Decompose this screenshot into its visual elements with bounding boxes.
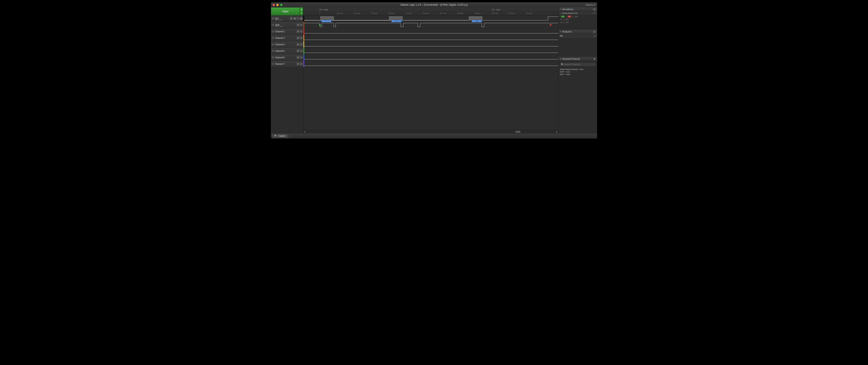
- right-panel: ▼ Annotations + ⍋ Timing Marker Pair ▾ ⚙…: [558, 7, 597, 133]
- channel-sidebar: Start ▲ ▼ 00SCLI2C - SCL⋮⋮⚙◀⎍▶01SDAI2C -…: [271, 7, 303, 133]
- chevron-down-icon: ▼: [560, 58, 561, 60]
- app-window: Saleae Logic 1.2.9 – [Connected] – [8 MH…: [271, 2, 597, 139]
- drag-grip-icon[interactable]: ⋮⋮: [271, 58, 274, 60]
- annotations-header[interactable]: ▼ Annotations +: [559, 7, 597, 11]
- channel-name: Channel 5: [275, 50, 285, 52]
- analyzer-item[interactable]: I2C ⚙: [559, 34, 597, 38]
- marker-a2[interactable]: [550, 24, 552, 26]
- tracks-container: Read [0x41]0xFF + ACK0xFF + ACK: [303, 15, 558, 67]
- scrollbar-track[interactable]: [307, 131, 555, 133]
- waveform-area: 0 s : 0 ms 0 s : 1 ms +0.1 ms+0.2 ms+0.3…: [303, 7, 558, 133]
- gear-icon[interactable]: ⚙: [297, 24, 299, 26]
- marker-icon: ⍋: [560, 12, 561, 14]
- gear-icon[interactable]: ⚙: [594, 12, 596, 14]
- decoded-row[interactable]: 0xFF + ACK: [559, 73, 597, 76]
- scroll-right-icon[interactable]: ▶: [555, 130, 558, 133]
- start-up-icon[interactable]: ▲: [300, 7, 303, 11]
- ruler-subtick: +0.2 ms: [354, 12, 360, 14]
- channel-row: 04Channel 4⋮⋮⚙✕: [271, 41, 303, 48]
- ruler-subtick: +0.8 ms: [458, 12, 464, 14]
- gear-icon[interactable]: ⚙: [297, 43, 299, 46]
- analyzers-header[interactable]: ▼ Analyzers +: [559, 30, 597, 34]
- gear-icon[interactable]: ⚙: [593, 58, 596, 61]
- expand-tabs-icon[interactable]: »: [289, 135, 290, 137]
- channel-subtitle: I2C - SDA: [275, 25, 283, 27]
- channel-row: 07Channel 7⋮⋮⚙✕: [271, 61, 303, 67]
- add-analyzer-button[interactable]: +: [593, 30, 596, 33]
- gear-icon[interactable]: ⚙: [290, 17, 293, 20]
- channel-row: 06Channel 6⋮⋮⚙✕: [271, 54, 303, 61]
- scroll-left-icon[interactable]: ◀: [303, 130, 306, 133]
- channel-row: 05Channel 5⋮⋮⚙✕: [271, 48, 303, 54]
- drag-grip-icon[interactable]: ⋮⋮: [271, 52, 274, 54]
- drag-grip-icon[interactable]: ⋮⋮: [271, 19, 274, 21]
- channel-name: Channel 7: [275, 63, 285, 65]
- close-icon[interactable]: ✕: [300, 30, 303, 33]
- gear-icon[interactable]: ⚙: [297, 62, 299, 65]
- add-annotation-button[interactable]: +: [593, 8, 596, 11]
- chevron-down-icon[interactable]: ▾: [592, 12, 593, 14]
- tab-capture[interactable]: 🔍 Capture: [272, 134, 288, 138]
- waveform-track[interactable]: [303, 22, 558, 28]
- start-down-icon[interactable]: ▼: [300, 11, 303, 15]
- drag-grip-icon[interactable]: ⋮⋮: [271, 45, 274, 47]
- close-icon[interactable]: ✕: [300, 50, 303, 52]
- channel-row: 03Channel 3⋮⋮⚙✕: [271, 35, 303, 41]
- gear-icon[interactable]: ⚙: [594, 35, 596, 37]
- ruler-origin-label: 0 s : 0 ms: [320, 8, 328, 11]
- waveform-track[interactable]: [303, 15, 558, 22]
- edge-type-icon[interactable]: ⎍: [297, 17, 299, 20]
- waveform-track[interactable]: [303, 48, 558, 54]
- time-ruler[interactable]: 0 s : 0 ms 0 s : 1 ms +0.1 ms+0.2 ms+0.3…: [303, 7, 558, 15]
- waveform-track[interactable]: [303, 28, 558, 35]
- close-icon[interactable]: [273, 4, 275, 6]
- waveform-track[interactable]: [303, 54, 558, 61]
- close-icon[interactable]: ✕: [300, 24, 303, 26]
- gear-icon[interactable]: ⚙: [297, 30, 299, 33]
- decoded-header[interactable]: ▼ Decoded Protocols ⚙: [559, 57, 597, 61]
- minimize-icon[interactable]: [276, 4, 279, 6]
- decode-label[interactable]: 0xFF + ACK: [391, 20, 402, 22]
- decode-label[interactable]: 0xFF + ACK: [472, 20, 482, 22]
- timing-marker-pair-row[interactable]: ⍋ Timing Marker Pair ▾ ⚙: [559, 11, 597, 15]
- decoded-row[interactable]: Setup Read to [0x41] + ACK: [559, 68, 597, 71]
- gear-icon[interactable]: ⚙: [297, 56, 299, 59]
- channel-name: Channel 3: [275, 37, 285, 39]
- close-icon[interactable]: ✕: [300, 56, 303, 59]
- start-button[interactable]: Start: [271, 7, 300, 15]
- options-menu[interactable]: Options ▾: [586, 4, 595, 6]
- search-protocols-input[interactable]: [560, 62, 596, 66]
- drag-grip-icon[interactable]: ⋮⋮: [271, 26, 274, 28]
- marker-a1-row: A1 ◉ ###: [559, 18, 597, 21]
- prev-edge-icon[interactable]: ◀: [293, 17, 296, 20]
- zoom-icon[interactable]: [280, 4, 282, 6]
- waveform-track[interactable]: [303, 61, 558, 67]
- next-edge-icon[interactable]: ▶: [300, 17, 303, 20]
- drag-grip-icon[interactable]: ⋮⋮: [271, 65, 274, 67]
- channel-row: 01SDAI2C - SDA⋮⋮⚙✕: [271, 22, 303, 28]
- waveform-track[interactable]: [303, 35, 558, 41]
- channel-subtitle: I2C - SCL: [275, 19, 282, 21]
- ruler-subtick: +0.2 ms: [509, 12, 515, 14]
- marker-a1[interactable]: [319, 24, 321, 26]
- magnifier-icon: 🔍: [275, 135, 277, 137]
- waveform-track[interactable]: [303, 41, 558, 48]
- ruler-subtick: +0.5 ms: [406, 12, 412, 14]
- drag-grip-icon[interactable]: ⋮⋮: [271, 32, 274, 34]
- decoded-row[interactable]: 0xFF + ACK: [559, 71, 597, 73]
- close-icon[interactable]: ✕: [300, 36, 303, 39]
- gear-icon[interactable]: ⚙: [297, 36, 299, 39]
- gear-icon[interactable]: ⚙: [297, 50, 299, 52]
- decode-label[interactable]: Read [0x41]: [321, 20, 332, 22]
- chevron-down-icon: ▼: [560, 8, 561, 10]
- marker-diff-row: |A1−A2| =###: [559, 15, 597, 18]
- close-icon[interactable]: ✕: [300, 62, 303, 65]
- traffic-lights: [273, 4, 282, 6]
- close-icon[interactable]: ✕: [300, 43, 303, 46]
- ruler-subtick: +0.3 ms: [526, 12, 532, 14]
- drag-grip-icon[interactable]: ⋮⋮: [271, 39, 274, 40]
- ruler-subtick: +0.4 ms: [389, 12, 395, 14]
- channel-name: Channel 4: [275, 44, 285, 46]
- scrollbar-thumb[interactable]: [516, 131, 521, 133]
- channel-row: 02Channel 2⋮⋮⚙✕: [271, 28, 303, 35]
